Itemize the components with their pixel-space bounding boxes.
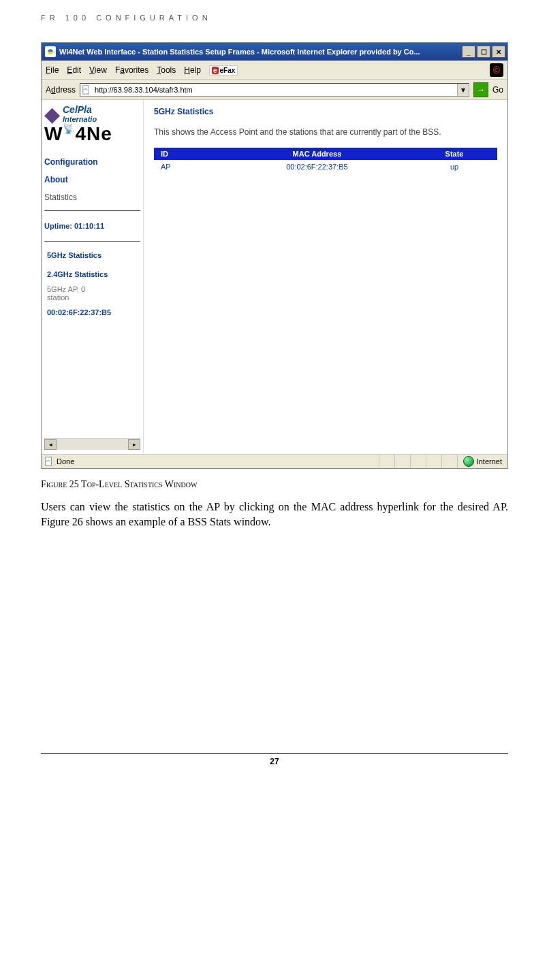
menu-tools[interactable]: Tools — [157, 65, 176, 75]
body-text: Users can view the statistics on the AP … — [41, 500, 508, 529]
stats-table: ID MAC Address State AP 00:02:6F:22:37:B… — [154, 148, 497, 174]
title-bar: Wi4Net Web Interface - Station Statistic… — [42, 43, 507, 61]
menu-view[interactable]: View — [89, 65, 107, 75]
browser-content: ◆ CelPla Internatio W📡4Ne Configuration … — [42, 100, 507, 454]
menu-favorites[interactable]: Favorites — [115, 65, 148, 75]
status-cell — [379, 455, 395, 468]
divider — [44, 241, 140, 242]
ie-favicon — [45, 46, 56, 57]
col-id: ID — [154, 148, 223, 160]
page-footer: 27 — [41, 753, 508, 766]
cell-mac[interactable]: 00:02:6F:22:37:B5 — [223, 160, 411, 174]
menu-file[interactable]: File — [46, 65, 59, 75]
link-24ghz-stats[interactable]: 2.4GHz Statistics — [47, 270, 140, 278]
window-buttons: _ ☐ ✕ — [462, 46, 505, 58]
divider — [44, 210, 140, 211]
zone-label: Internet — [477, 457, 502, 466]
page-number: 27 — [270, 757, 279, 766]
status-cell — [426, 455, 442, 468]
sidebar-scrollbar[interactable]: ◂ ▸ — [44, 438, 140, 450]
status-cell — [442, 455, 458, 468]
main-panel: 5GHz Statistics This shows the Access Po… — [144, 100, 507, 454]
scroll-left-icon[interactable]: ◂ — [44, 439, 57, 450]
cell-state: up — [411, 160, 497, 174]
col-mac: MAC Address — [223, 148, 411, 160]
address-bar: Address ▾ → Go — [42, 80, 507, 100]
address-label: Address — [46, 85, 76, 95]
sidebar: ◆ CelPla Internatio W📡4Ne Configuration … — [42, 100, 144, 454]
stats-desc: This shows the Access Point and the stat… — [154, 126, 481, 138]
status-zone: Internet — [458, 455, 507, 468]
internet-zone-icon — [463, 456, 474, 467]
copyright-icon: © — [490, 63, 503, 77]
scroll-right-icon[interactable]: ▸ — [128, 439, 140, 450]
efax-button[interactable]: eeFax — [209, 65, 238, 76]
antenna-icon: 📡 — [63, 123, 75, 134]
page-icon — [82, 85, 91, 95]
minimize-button[interactable]: _ — [462, 46, 475, 58]
table-row: AP 00:02:6F:22:37:B5 up — [154, 160, 497, 174]
stats-title: 5GHz Statistics — [154, 107, 497, 116]
window-title: Wi4Net Web Interface - Station Statistic… — [59, 48, 462, 56]
link-5ghz-stats[interactable]: 5GHz Statistics — [47, 251, 140, 259]
celplan-logo-icon: ◆ — [44, 104, 60, 125]
status-bar: Done Internet — [42, 454, 507, 468]
col-state: State — [411, 148, 497, 160]
menu-help[interactable]: Help — [184, 65, 201, 75]
logo-area: ◆ CelPla Internatio W📡4Ne — [44, 104, 140, 150]
go-button[interactable]: → — [473, 82, 488, 97]
cell-id: AP — [154, 160, 223, 174]
browser-window: Wi4Net Web Interface - Station Statistic… — [41, 42, 508, 469]
nav-configuration[interactable]: Configuration — [44, 157, 140, 167]
uptime-label: Uptime: 01:10:11 — [44, 222, 140, 230]
ap-count-label: 5GHz AP, 0 station — [44, 285, 140, 301]
address-dropdown[interactable]: ▾ — [457, 84, 469, 96]
status-cell — [411, 455, 426, 468]
page-header: FR 100 CONFIGURATION — [41, 14, 508, 22]
maximize-button[interactable]: ☐ — [477, 46, 490, 58]
link-mac-address[interactable]: 00:02:6F:22:37:B5 — [47, 308, 140, 316]
close-button[interactable]: ✕ — [492, 46, 505, 58]
status-left: Done — [42, 455, 379, 468]
nav-about[interactable]: About — [44, 175, 140, 184]
celplan-text: CelPla Internatio — [63, 104, 97, 123]
status-cell — [395, 455, 411, 468]
address-input-wrap: ▾ — [80, 83, 469, 97]
menu-edit[interactable]: Edit — [67, 65, 81, 75]
status-text: Done — [57, 457, 74, 466]
menu-bar: File Edit View Favorites Tools Help eeFa… — [42, 61, 507, 80]
address-input[interactable] — [93, 85, 457, 95]
nav-statistics[interactable]: Statistics — [44, 193, 140, 202]
wi4net-logo: W📡4Ne — [44, 123, 140, 145]
figure-caption: Figure 25 Top-Level Statistics Window — [41, 479, 508, 490]
go-label: Go — [492, 85, 503, 95]
done-icon — [44, 457, 54, 466]
